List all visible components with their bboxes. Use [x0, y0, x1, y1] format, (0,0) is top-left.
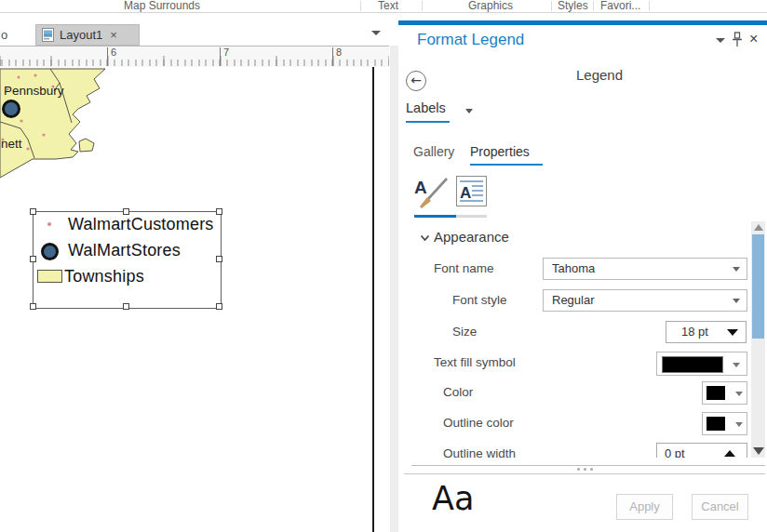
- ribbon-group-map-surrounds: Map Surrounds: [124, 0, 200, 12]
- field-label: Font name: [434, 261, 494, 275]
- ribbon-divider: [360, 1, 361, 11]
- ribbon-group-text: Text: [378, 0, 398, 12]
- ruler-inch-mark: [107, 47, 108, 66]
- ribbon-divider: [593, 1, 594, 11]
- tab-layout1[interactable]: Layout1 ×: [35, 24, 140, 46]
- dropdown-caret-icon: [735, 392, 743, 396]
- field-row-outline-width: Outline width 0 pt: [402, 443, 750, 458]
- splitter-line: [404, 473, 765, 474]
- active-tab-underline: [470, 164, 543, 166]
- legend-element[interactable]: WalmartCustomers WalMartStores Townships: [33, 211, 222, 309]
- pane-heading: Legend: [428, 67, 767, 83]
- apply-button[interactable]: Apply: [616, 494, 673, 520]
- pane-menu-icon[interactable]: [716, 38, 725, 43]
- properties-scroll-area: Appearance Font name Tahoma Font style R…: [402, 221, 750, 458]
- field-label: Size: [452, 325, 477, 339]
- selection-handle[interactable]: [123, 303, 129, 310]
- field-label: Outline width: [443, 446, 516, 458]
- text-symbol-general-button[interactable]: A: [413, 173, 451, 210]
- target-selector-labels[interactable]: Labels: [406, 100, 446, 115]
- font-name-dropdown[interactable]: Tahoma: [543, 258, 747, 280]
- text-formatting-button[interactable]: A: [456, 176, 487, 206]
- pane-scrollbar[interactable]: [751, 221, 765, 458]
- black-color-swatch: [706, 386, 725, 400]
- section-header-appearance[interactable]: Appearance: [434, 229, 509, 245]
- ribbon-group-styles: Styles: [558, 0, 588, 12]
- field-label: Color: [443, 385, 473, 399]
- partial-view-tab[interactable]: o: [1, 28, 7, 42]
- cancel-button[interactable]: Cancel: [692, 494, 748, 520]
- legend-item-label: WalMartStores: [68, 241, 181, 260]
- map-label-nett: nett: [1, 137, 22, 151]
- ruler-number: 6: [111, 47, 116, 58]
- selection-handle[interactable]: [123, 208, 129, 215]
- selection-handle[interactable]: [216, 303, 222, 310]
- outline-width-spinner[interactable]: 0 pt: [656, 443, 747, 458]
- letter-a-document-icon: A: [456, 176, 487, 206]
- dropdown-caret-icon: [733, 363, 740, 367]
- legend-item-label: Townships: [64, 267, 144, 286]
- selection-handle[interactable]: [30, 256, 36, 262]
- scrollbar-thumb[interactable]: [752, 234, 764, 339]
- splitter-line: [411, 465, 765, 466]
- dropdown-caret-icon: [733, 299, 740, 303]
- legend-symbol-customers: [47, 222, 51, 226]
- store-point: [4, 101, 20, 117]
- ribbon-divider: [649, 1, 650, 11]
- font-name-value: Tahoma: [552, 261, 595, 275]
- field-label: Font style: [452, 293, 507, 307]
- chevron-down-icon[interactable]: [420, 234, 430, 242]
- svg-text:A: A: [460, 184, 471, 202]
- labels-dropdown-icon[interactable]: [465, 109, 473, 113]
- tab-gallery[interactable]: Gallery: [413, 144, 454, 159]
- field-label: Outline color: [443, 416, 514, 430]
- spinner-up-icon: [724, 450, 735, 457]
- ribbon-divider: [422, 1, 423, 11]
- letter-a-paintbrush-icon: A: [413, 173, 451, 210]
- tab-close-icon[interactable]: ×: [110, 29, 117, 41]
- selection-handle[interactable]: [216, 208, 222, 215]
- layout-page-edge: [372, 67, 374, 532]
- arcgis-pro-window: Map Surrounds Text Graphics Styles Favor…: [0, 0, 767, 532]
- township-islet: [79, 139, 94, 152]
- size-dropdown[interactable]: 18 pt: [666, 321, 747, 343]
- color-dropdown[interactable]: [702, 381, 747, 405]
- ribbon-divider: [551, 1, 552, 11]
- tab-properties[interactable]: Properties: [470, 144, 530, 159]
- selection-handle[interactable]: [30, 208, 36, 215]
- pane-close-icon[interactable]: ×: [749, 32, 758, 47]
- view-pane-divider[interactable]: [390, 46, 398, 532]
- ruler-number: 8: [336, 47, 342, 58]
- tabstrip-dropdown-icon[interactable]: [371, 31, 381, 35]
- legend-symbol-stores: [41, 243, 59, 260]
- layout-tab-icon: [41, 28, 55, 43]
- subtab-indicator-active: [414, 215, 456, 218]
- legend-item-label: WalmartCustomers: [68, 215, 214, 234]
- font-style-dropdown[interactable]: Regular: [543, 289, 747, 312]
- scroll-down-icon[interactable]: [753, 447, 764, 455]
- field-row-size: Size 18 pt: [402, 321, 750, 345]
- subtab-indicator-track: [456, 215, 487, 218]
- dropdown-caret-icon: [733, 267, 740, 272]
- ruler-inch-mark: [332, 47, 333, 66]
- outline-color-dropdown[interactable]: [702, 412, 747, 435]
- ribbon-group-graphics: Graphics: [468, 0, 513, 12]
- field-row-color: Color: [402, 381, 750, 406]
- splitter-grip[interactable]: [577, 468, 593, 471]
- scroll-up-icon[interactable]: [754, 224, 763, 231]
- text-fill-symbol-dropdown[interactable]: [656, 352, 747, 376]
- size-value: 18 pt: [681, 325, 708, 339]
- selection-handle[interactable]: [30, 303, 36, 310]
- ruler-inch-mark: [220, 47, 221, 66]
- selection-handle[interactable]: [216, 256, 222, 262]
- outline-width-value: 0 pt: [665, 446, 685, 458]
- ribbon-group-favorites: Favori...: [600, 0, 640, 12]
- ribbon-group-row: Map Surrounds Text Graphics Styles Favor…: [0, 0, 767, 13]
- map-label-pennsbury: Pennsbury: [4, 84, 64, 98]
- font-preview: Aa: [432, 480, 474, 517]
- field-label: Text fill symbol: [434, 355, 516, 369]
- dropdown-caret-icon: [727, 329, 738, 336]
- back-button[interactable]: ←: [406, 71, 426, 91]
- pin-icon[interactable]: [732, 32, 743, 47]
- field-row-text-fill-symbol: Text fill symbol: [402, 352, 750, 376]
